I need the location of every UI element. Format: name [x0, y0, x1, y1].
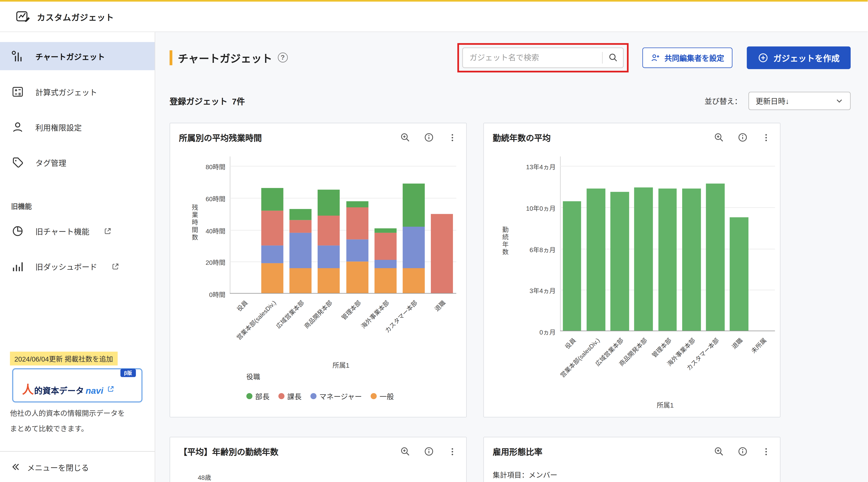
create-gadget-label: ガジェットを作成 — [773, 52, 840, 63]
info-icon[interactable] — [424, 132, 434, 143]
bar-segment — [318, 216, 340, 246]
legend-dot — [371, 393, 377, 399]
chart-gadget-icon — [11, 50, 24, 63]
search-input[interactable] — [462, 47, 624, 68]
card-title: 雇用形態比率 — [493, 446, 542, 457]
x-tick-label: 役員 — [234, 298, 249, 313]
y-tick-label: 13年4ヵ月 — [526, 162, 556, 171]
sidebar-nav: チャートガジェット 計算式ガジェット 利用権限設定 — [0, 32, 155, 280]
zoom-in-icon[interactable] — [400, 446, 410, 457]
sidebar-item-formula-gadget[interactable]: 計算式ガジェット — [0, 77, 155, 106]
external-link-icon — [112, 262, 119, 270]
legend-title: 役職 — [246, 371, 260, 381]
help-icon[interactable]: ? — [278, 53, 288, 62]
y-axis-label: 勤続年数 — [500, 226, 509, 256]
banner-logo: 人 的資本データ navi — [22, 380, 115, 397]
sort-dropdown[interactable]: 更新日時↓ — [748, 91, 850, 110]
bar-segment — [634, 188, 653, 331]
sidebar-item-label: 旧ダッシュボード — [35, 261, 97, 272]
x-tick-label: 未所属 — [749, 336, 768, 355]
legend-label: 部長 — [255, 391, 270, 401]
card-header: 雇用形態比率 — [484, 437, 780, 457]
sort-group: 並び替え： 更新日時↓ — [705, 91, 850, 110]
y-tick-label: 60時間 — [206, 194, 225, 203]
gadget-card-employment-type: 雇用形態比率 — [483, 437, 780, 482]
y-tick-label: 10年0ヵ月 — [526, 203, 556, 212]
chart-legend: 部長課長マネージャー一般 — [246, 391, 394, 401]
zoom-in-icon[interactable] — [714, 132, 724, 143]
bar-segment — [587, 189, 605, 331]
bar-segment — [374, 228, 397, 233]
gadget-count-label: 登録ガジェット — [169, 95, 228, 107]
card-actions — [400, 446, 457, 457]
legend-label: 一般 — [379, 391, 394, 401]
sidebar-item-chart-gadget[interactable]: チャートガジェット — [0, 42, 155, 70]
bar-segment — [403, 268, 425, 293]
list-toolbar: 登録ガジェット 7件 並び替え： 更新日時↓ — [169, 91, 850, 110]
topbar: カスタムガジェット — [0, 2, 868, 32]
zoom-in-icon[interactable] — [714, 446, 724, 457]
card-actions — [714, 446, 771, 457]
person-plus-icon — [651, 53, 660, 62]
gridline — [230, 166, 456, 167]
bar-segment — [261, 210, 283, 246]
legacy-section-title: 旧機能 — [11, 201, 155, 211]
collab-settings-button[interactable]: 共同編集者を設定 — [642, 47, 732, 68]
bar-segment — [318, 190, 340, 215]
legend-dot — [278, 393, 284, 399]
y-tick-label: 3年4ヵ月 — [529, 286, 556, 295]
bar-segment — [318, 246, 340, 268]
bar-segment — [706, 183, 724, 331]
legend-item: 部長 — [246, 391, 270, 401]
kebab-menu-icon[interactable] — [761, 133, 771, 142]
gadget-card-tenure: 勤続年数の平均 — [483, 123, 780, 418]
kebab-menu-icon[interactable] — [761, 447, 771, 456]
bar-segment — [374, 260, 397, 268]
card-actions — [714, 132, 771, 143]
close-menu-button[interactable]: メニューを閉じる — [0, 451, 155, 482]
kebab-menu-icon[interactable] — [447, 447, 457, 456]
x-tick-label: 管理本部 — [649, 336, 673, 359]
legend-label: マネージャー — [319, 391, 362, 401]
kebab-menu-icon[interactable] — [447, 133, 457, 142]
y-tick-label: 0ヵ月 — [539, 328, 556, 336]
app-logo-icon — [16, 9, 30, 24]
y-axis-label: 残業時間数 — [190, 204, 199, 241]
card-header: 所属別の平均残業時間 — [170, 123, 466, 143]
top-accent-line — [0, 0, 868, 2]
legend-item: マネージャー — [311, 391, 362, 401]
calculator-icon — [11, 85, 24, 98]
card-title: 勤続年数の平均 — [493, 132, 551, 143]
sidebar-item-tags[interactable]: タグ管理 — [0, 148, 155, 176]
info-icon[interactable] — [737, 446, 748, 457]
card-header: 【平均】年齢別の勤続年数 — [170, 437, 466, 457]
card-title: 所属別の平均残業時間 — [179, 132, 262, 143]
jinteki-shihon-banner[interactable]: β版 人 的資本データ navi — [12, 368, 143, 403]
sort-label: 並び替え： — [705, 95, 742, 106]
sidebar-item-legacy-dashboard[interactable]: 旧ダッシュボード — [0, 252, 155, 280]
bar-segment — [261, 263, 283, 294]
info-icon[interactable] — [424, 446, 434, 457]
x-tick-label: 広域営業本部 — [274, 298, 306, 330]
bar-segment — [431, 214, 453, 294]
search-icon[interactable] — [608, 52, 618, 62]
bar-segment — [289, 220, 312, 233]
x-axis-label: 所属1 — [657, 400, 674, 409]
zoom-in-icon[interactable] — [400, 132, 410, 143]
y-tick-label: 20時間 — [206, 258, 225, 267]
bar-segment — [346, 201, 368, 207]
create-gadget-button[interactable]: ガジェットを作成 — [747, 46, 850, 69]
external-link-icon — [104, 227, 112, 234]
sidebar-item-label: 旧チャート機能 — [35, 225, 89, 236]
tag-icon — [11, 155, 24, 169]
collab-settings-label: 共同編集者を設定 — [664, 52, 724, 63]
sort-value: 更新日時↓ — [755, 95, 789, 106]
sidebar-item-legacy-chart[interactable]: 旧チャート機能 — [0, 217, 155, 245]
info-icon[interactable] — [737, 132, 748, 143]
y-tick-label: 40時間 — [206, 226, 225, 235]
promo-description: 他社の人的資本の情報開示データを まとめて比較できます。 — [10, 406, 125, 437]
external-link-icon — [107, 385, 114, 392]
bar-segment — [730, 218, 748, 331]
promo-update-badge: 2024/06/04更新 掲載社数を追加 — [10, 352, 117, 366]
sidebar-item-permissions[interactable]: 利用権限設定 — [0, 113, 155, 141]
